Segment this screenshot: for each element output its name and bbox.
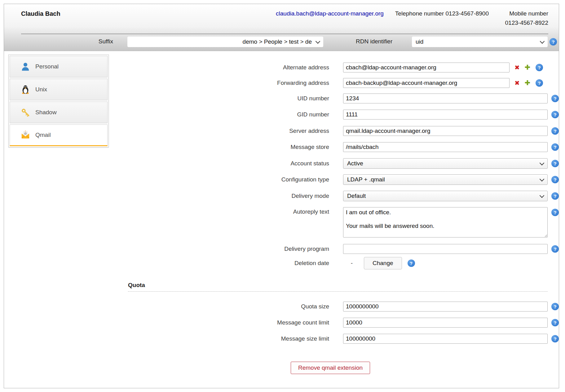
chevron-down-icon <box>540 160 545 165</box>
header-top: Claudia Bach claudia.bach@ldap-account-m… <box>4 4 559 28</box>
forwarding-address-row: Forwarding address ✖ ✚ ? <box>4 78 559 88</box>
help-icon[interactable]: ? <box>408 259 415 267</box>
gid-number-row: GID number ? <box>4 109 559 120</box>
field-label: Delivery mode <box>4 193 329 199</box>
delivery-mode-row: Delivery mode Default ? <box>4 191 559 201</box>
deletion-date-value: - <box>350 260 354 267</box>
quota-section-heading: Quota <box>128 282 145 289</box>
field-label: Autoreply text <box>4 208 329 215</box>
alternate-address-row: Alternate address ✖ ✚ ? <box>4 62 559 73</box>
field-label: UID number <box>4 95 329 102</box>
help-icon[interactable]: ? <box>551 111 559 118</box>
help-icon[interactable]: ? <box>551 192 559 200</box>
quota-size-input[interactable] <box>343 302 548 311</box>
message-store-row: Message store ? <box>4 142 559 152</box>
field-label: Message size limit <box>4 335 329 342</box>
add-icon[interactable]: ✚ <box>525 79 530 87</box>
suffix-select-value: demo > People > test > de <box>131 38 316 45</box>
server-address-row: Server address ? <box>4 126 559 136</box>
message-size-limit-input[interactable] <box>343 334 548 344</box>
chevron-down-icon <box>540 193 545 198</box>
delete-icon[interactable]: ✖ <box>514 64 520 71</box>
suffix-toolbar: Suffix demo > People > test > de RDN ide… <box>4 34 559 51</box>
chevron-down-icon <box>540 39 545 44</box>
remove-extension-row: Remove qmail extension <box>113 362 548 374</box>
field-label: Message count limit <box>4 319 329 326</box>
help-icon[interactable]: ? <box>551 176 559 183</box>
gid-number-input[interactable] <box>343 110 548 120</box>
help-icon[interactable]: ? <box>550 38 557 46</box>
chevron-down-icon <box>316 39 320 44</box>
autoreply-textarea[interactable]: I am out of office. Your mails will be a… <box>343 207 548 237</box>
help-icon[interactable]: ? <box>551 95 559 102</box>
forwarding-address-input[interactable] <box>343 78 510 88</box>
telephone-number: Telephone number 0123-4567-8900 <box>395 10 489 17</box>
rdn-select-value: uid <box>416 38 541 45</box>
quota-section-divider <box>128 291 548 292</box>
help-icon[interactable]: ? <box>551 127 559 135</box>
delivery-mode-value: Default <box>347 193 540 199</box>
remove-qmail-extension-button[interactable]: Remove qmail extension <box>291 362 370 374</box>
message-count-limit-row: Message count limit ? <box>4 317 559 328</box>
quota-size-row: Quota size ? <box>4 301 559 312</box>
help-icon[interactable]: ? <box>551 335 559 342</box>
help-icon[interactable]: ? <box>551 160 559 167</box>
alternate-address-input[interactable] <box>343 63 510 72</box>
field-label: Server address <box>4 128 329 134</box>
rdn-identifier-label: RDN identifier <box>356 38 392 45</box>
field-label: Forwarding address <box>4 80 329 86</box>
message-store-input[interactable] <box>343 142 548 152</box>
field-label: Configuration type <box>4 176 329 183</box>
delete-icon[interactable]: ✖ <box>514 79 520 87</box>
change-deletion-date-button[interactable]: Change <box>364 257 402 269</box>
help-icon[interactable]: ? <box>551 319 559 326</box>
message-size-limit-row: Message size limit ? <box>4 333 559 344</box>
field-label: GID number <box>4 111 329 118</box>
configuration-type-select[interactable]: LDAP + .qmail <box>343 174 548 185</box>
message-count-limit-input[interactable] <box>343 318 548 328</box>
uid-number-input[interactable] <box>343 94 548 103</box>
suffix-label: Suffix <box>4 38 113 45</box>
suffix-select[interactable]: demo > People > test > de <box>127 37 323 47</box>
delivery-mode-select[interactable]: Default <box>343 191 548 201</box>
autoreply-text-row: Autoreply text I am out of office. Your … <box>4 207 559 237</box>
help-icon[interactable]: ? <box>551 143 559 151</box>
uid-number-row: UID number ? <box>4 93 559 104</box>
delivery-program-row: Delivery program ? <box>4 244 559 254</box>
email-link[interactable]: claudia.bach@ldap-account-manager.org <box>276 10 384 17</box>
account-status-select[interactable]: Active <box>343 158 548 169</box>
account-editor-window: Claudia Bach claudia.bach@ldap-account-m… <box>4 4 559 388</box>
account-status-value: Active <box>347 160 540 167</box>
mobile-number: Mobile number 0123-4567-8922 <box>495 9 548 28</box>
deletion-date-row: Deletion date - Change ? <box>4 257 559 269</box>
server-address-input[interactable] <box>343 126 548 136</box>
chevron-down-icon <box>540 176 545 181</box>
add-icon[interactable]: ✚ <box>525 64 530 71</box>
delivery-program-input[interactable] <box>343 244 548 254</box>
help-icon[interactable]: ? <box>551 303 559 310</box>
help-icon[interactable]: ? <box>551 209 559 216</box>
rdn-identifier-select[interactable]: uid <box>412 37 548 47</box>
configuration-type-row: Configuration type LDAP + .qmail ? <box>4 174 559 185</box>
field-label: Delivery program <box>4 246 329 252</box>
account-status-row: Account status Active ? <box>4 158 559 169</box>
field-label: Alternate address <box>4 64 329 71</box>
field-label: Account status <box>4 160 329 167</box>
help-icon[interactable]: ? <box>536 79 543 87</box>
field-label: Quota size <box>4 303 329 310</box>
configuration-type-value: LDAP + .qmail <box>347 176 540 183</box>
page-title: Claudia Bach <box>21 10 60 17</box>
help-icon[interactable]: ? <box>536 64 543 71</box>
field-label: Message store <box>4 144 329 150</box>
help-icon[interactable]: ? <box>551 245 559 253</box>
header: Claudia Bach claudia.bach@ldap-account-m… <box>4 4 559 51</box>
field-label: Deletion date <box>4 260 329 267</box>
